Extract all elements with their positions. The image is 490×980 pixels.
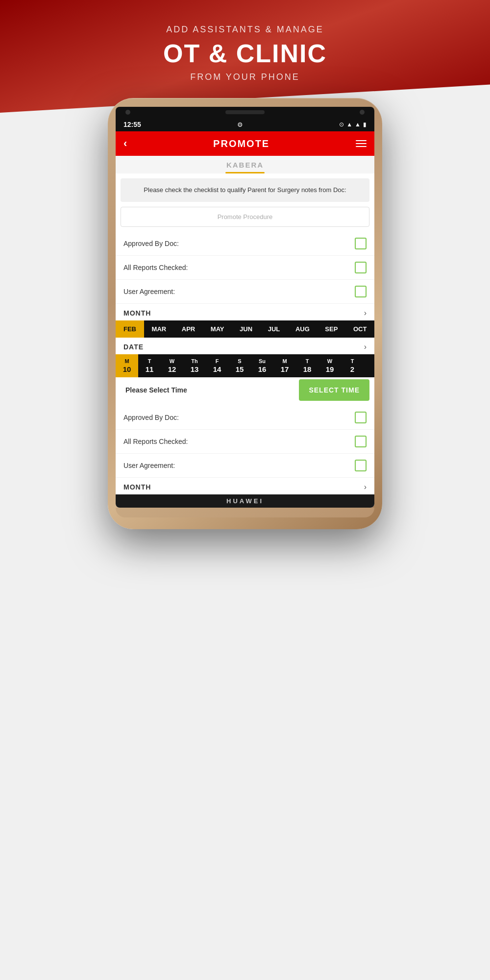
checklist2-item-3: User Agreement: — [116, 454, 374, 478]
month-arrow-icon[interactable]: › — [364, 309, 367, 318]
date-day-w: W — [170, 358, 174, 364]
checklist-label-1: Approved By Doc: — [123, 240, 179, 247]
header-description: FROM YOUR PHONE — [0, 72, 490, 82]
signal-icon: ▲ — [355, 121, 361, 128]
checklist2-label-1: Approved By Doc: — [123, 414, 179, 421]
date-12[interactable]: W 12 — [161, 354, 183, 377]
battery-icon: ▮ — [363, 121, 367, 128]
checklist2-label-3: User Agreement: — [123, 462, 175, 469]
month-apr[interactable]: APR — [174, 320, 203, 338]
checkbox2-agreement[interactable] — [355, 460, 367, 471]
date-scroll[interactable]: M 10 T 11 W 12 Th 13 — [116, 354, 374, 377]
month-mar[interactable]: MAR — [144, 320, 174, 338]
date-num-16: 16 — [258, 365, 267, 373]
date-13[interactable]: Th 13 — [183, 354, 206, 377]
date-arrow-icon[interactable]: › — [364, 343, 367, 351]
checkbox-reports[interactable] — [355, 262, 367, 273]
screen-content: Please check the checklist to qualify Pa… — [116, 178, 374, 494]
month-section-header: MONTH › — [116, 304, 374, 320]
phone-mockup: 12:55 ⚙ ⊙ ▲ ▲ ▮ ‹ PROMOTE — [108, 98, 382, 529]
date-day-th: Th — [191, 358, 197, 364]
procedure-input[interactable]: Promote Procedure — [121, 207, 369, 227]
month-aug[interactable]: AUG — [288, 320, 317, 338]
checklist-item-3: User Agreement: — [116, 280, 374, 304]
location-icon: ⊙ — [339, 121, 344, 128]
date-num-12: 12 — [168, 365, 176, 373]
month2-title: MONTH — [123, 483, 151, 491]
date-10[interactable]: M 10 — [116, 354, 138, 377]
date-num-17: 17 — [281, 365, 289, 373]
date-num-19: 19 — [326, 365, 334, 373]
date-11[interactable]: T 11 — [138, 354, 161, 377]
month-feb[interactable]: FEB — [116, 320, 144, 338]
month-scroll[interactable]: FEB MAR APR MAY JUN JUL AUG SEP OCT — [116, 320, 374, 338]
month-title: MONTH — [123, 309, 151, 317]
tab-underline — [225, 172, 265, 173]
date-16[interactable]: Su 16 — [251, 354, 273, 377]
checklist-label-3: User Agreement: — [123, 288, 175, 295]
back-button[interactable]: ‹ — [123, 137, 127, 150]
date-19[interactable]: W 19 — [318, 354, 341, 377]
phone-brand: HUAWEI — [116, 494, 374, 508]
checklist2-item-1: Approved By Doc: — [116, 406, 374, 430]
month-jul[interactable]: JUL — [260, 320, 288, 338]
date-day-m: M — [124, 358, 129, 364]
date-num-11: 11 — [146, 365, 154, 373]
menu-line-2 — [356, 143, 367, 144]
month-may[interactable]: MAY — [203, 320, 232, 338]
header-subtitle: ADD ASSISTANTS & MANAGE — [0, 24, 490, 35]
date-18[interactable]: T 18 — [296, 354, 318, 377]
date-20[interactable]: T 2 — [341, 354, 364, 377]
menu-line-3 — [356, 146, 367, 147]
status-time: 12:55 — [123, 121, 141, 128]
status-icons: ⊙ ▲ ▲ ▮ — [339, 121, 367, 128]
date-day-t2: T — [306, 358, 309, 364]
phone-outer-shell: 12:55 ⚙ ⊙ ▲ ▲ ▮ ‹ PROMOTE — [108, 98, 382, 529]
checkbox-agreement[interactable] — [355, 286, 367, 297]
checklist-item-1: Approved By Doc: — [116, 232, 374, 256]
date-day-s: S — [238, 358, 241, 364]
time-label: Please Select Time — [121, 379, 299, 401]
checklist-label-2: All Reports Checked: — [123, 264, 188, 271]
menu-line-1 — [356, 140, 367, 141]
time-row: Please Select Time SELECT TIME — [121, 379, 369, 401]
date-14[interactable]: F 14 — [206, 354, 228, 377]
date-17[interactable]: M 17 — [273, 354, 296, 377]
date-15[interactable]: S 15 — [228, 354, 251, 377]
app-bar-title: PROMOTE — [213, 138, 270, 149]
camera-left-icon — [125, 110, 130, 115]
month-oct[interactable]: OCT — [345, 320, 374, 338]
date-num-15: 15 — [236, 365, 244, 373]
date-day-f: F — [216, 358, 219, 364]
phone-screen: 12:55 ⚙ ⊙ ▲ ▲ ▮ ‹ PROMOTE — [116, 118, 374, 508]
header-content: ADD ASSISTANTS & MANAGE OT & CLINIC FROM… — [0, 0, 490, 82]
date-day-t: T — [148, 358, 151, 364]
checklist2-label-2: All Reports Checked: — [123, 438, 188, 445]
month-jun[interactable]: JUN — [232, 320, 260, 338]
date-num-14: 14 — [213, 365, 221, 373]
header-title: OT & CLINIC — [0, 39, 490, 68]
status-bar: 12:55 ⚙ ⊙ ▲ ▲ ▮ — [116, 118, 374, 131]
info-box: Please check the checklist to qualify Pa… — [121, 178, 369, 202]
checkbox2-approved[interactable] — [355, 412, 367, 423]
settings-icon: ⚙ — [237, 121, 243, 128]
menu-button[interactable] — [356, 140, 367, 147]
checklist-item-2: All Reports Checked: — [116, 256, 374, 280]
date-num-10: 10 — [123, 365, 131, 373]
tab-area: KABERA — [116, 156, 374, 173]
checkbox2-reports[interactable] — [355, 436, 367, 447]
date-num-13: 13 — [191, 365, 199, 373]
date-day-m2: M — [282, 358, 287, 364]
date-day-t3: T — [351, 358, 354, 364]
tab-label[interactable]: KABERA — [116, 161, 374, 169]
month-sep[interactable]: SEP — [317, 320, 345, 338]
date-section-header: DATE › — [116, 338, 374, 354]
app-bar: ‹ PROMOTE — [116, 131, 374, 156]
select-time-button[interactable]: SELECT TIME — [299, 379, 369, 401]
camera-right-icon — [360, 110, 365, 115]
month2-arrow-icon[interactable]: › — [364, 483, 367, 491]
phone-top-bar — [116, 107, 374, 118]
checkbox-approved[interactable] — [355, 238, 367, 249]
date-num-20: 2 — [350, 365, 354, 373]
procedure-placeholder: Promote Procedure — [218, 213, 273, 220]
